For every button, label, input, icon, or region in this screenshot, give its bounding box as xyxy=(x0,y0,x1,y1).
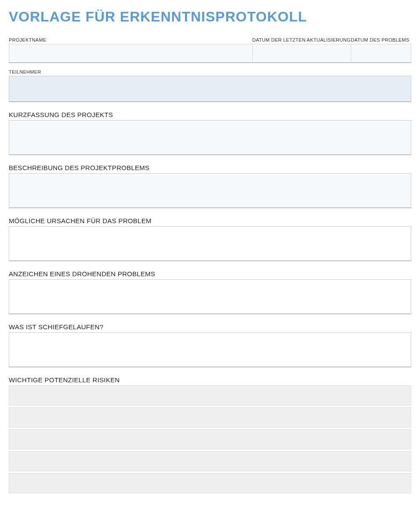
problem-date-label: DATUM DES PROBLEMS xyxy=(351,37,411,43)
problem-description-label: BESCHREIBUNG DES PROJEKTPROBLEMS xyxy=(9,164,411,171)
what-went-wrong-section: WAS IST SCHIEFGELAUFEN? xyxy=(9,323,411,367)
possible-causes-label: MÖGLICHE URSACHEN FÜR DAS PROBLEM xyxy=(9,217,411,224)
participants-input[interactable] xyxy=(9,76,411,102)
header-fields-row: PROJEKTNAME DATUM DER LETZTEN AKTUALISIE… xyxy=(9,37,411,63)
risks-section: WICHTIGE POTENZIELLE RISIKEN xyxy=(9,376,411,493)
participants-label: TEILNEHMER xyxy=(9,69,411,75)
summary-input[interactable] xyxy=(9,120,411,155)
risk-row[interactable] xyxy=(9,473,411,493)
summary-section: KURZFASSUNG DES PROJEKTS xyxy=(9,111,411,155)
possible-causes-input[interactable] xyxy=(9,226,411,261)
problem-date-cell: DATUM DES PROBLEMS xyxy=(351,37,411,63)
project-name-label: PROJEKTNAME xyxy=(9,37,252,43)
participants-section: TEILNEHMER xyxy=(9,69,411,102)
risk-row[interactable] xyxy=(9,385,411,406)
warning-signs-input[interactable] xyxy=(9,279,411,314)
problem-date-input[interactable] xyxy=(351,44,411,63)
possible-causes-section: MÖGLICHE URSACHEN FÜR DAS PROBLEM xyxy=(9,217,411,261)
last-update-input[interactable] xyxy=(252,44,351,63)
what-went-wrong-input[interactable] xyxy=(9,332,411,367)
risk-row[interactable] xyxy=(9,407,411,427)
what-went-wrong-label: WAS IST SCHIEFGELAUFEN? xyxy=(9,323,411,331)
warning-signs-label: ANZEICHEN EINES DROHENDEN PROBLEMS xyxy=(9,270,411,278)
last-update-cell: DATUM DER LETZTEN AKTUALISIERUNG xyxy=(252,37,351,63)
summary-label: KURZFASSUNG DES PROJEKTS xyxy=(9,111,411,118)
project-name-cell: PROJEKTNAME xyxy=(9,37,252,63)
risks-table xyxy=(9,385,411,493)
problem-description-section: BESCHREIBUNG DES PROJEKTPROBLEMS xyxy=(9,164,411,208)
risk-row[interactable] xyxy=(9,429,411,449)
last-update-label: DATUM DER LETZTEN AKTUALISIERUNG xyxy=(252,37,351,43)
warning-signs-section: ANZEICHEN EINES DROHENDEN PROBLEMS xyxy=(9,270,411,314)
project-name-input[interactable] xyxy=(9,44,252,63)
risks-label: WICHTIGE POTENZIELLE RISIKEN xyxy=(9,376,411,384)
risk-row[interactable] xyxy=(9,451,411,471)
problem-description-input[interactable] xyxy=(9,173,411,208)
document-title: VORLAGE FÜR ERKENNTNISPROTOKOLL xyxy=(9,9,411,25)
